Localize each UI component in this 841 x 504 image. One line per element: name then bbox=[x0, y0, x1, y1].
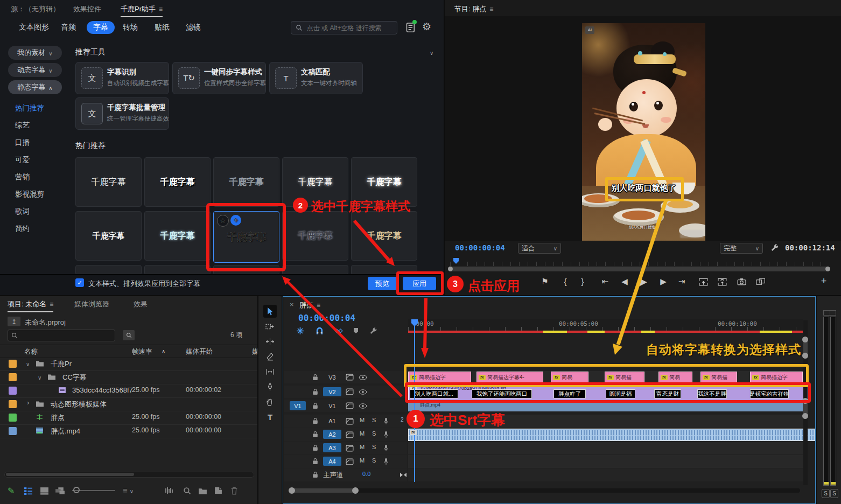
style-clip[interactable]: fx简易描边字 bbox=[408, 372, 471, 383]
sidebar-item-lyrics[interactable]: 歌词 bbox=[15, 207, 30, 216]
lock-icon[interactable] bbox=[312, 458, 318, 465]
timeline-ruler[interactable]: :00:00 00:00:05:00 00:00:10:00 bbox=[408, 319, 803, 331]
sync-lock-icon[interactable] bbox=[346, 445, 354, 452]
track-header-v1[interactable]: V1 V1 bbox=[284, 400, 407, 412]
scrollbar-handle-left[interactable] bbox=[448, 267, 453, 271]
track-name[interactable]: V3 bbox=[323, 373, 341, 382]
lock-icon[interactable] bbox=[312, 402, 318, 409]
track-header-master[interactable]: 主声道 0.0 bbox=[284, 468, 407, 481]
comparison-view-icon[interactable] bbox=[756, 278, 766, 285]
lift-icon[interactable] bbox=[699, 278, 708, 286]
voiceover-mic-icon[interactable] bbox=[383, 458, 389, 465]
hand-tool-icon[interactable] bbox=[263, 395, 277, 408]
ripple-edit-tool-icon[interactable] bbox=[263, 335, 277, 348]
apply-all-checkbox[interactable]: ✓ bbox=[75, 278, 84, 287]
selection-tool-icon[interactable] bbox=[263, 305, 277, 318]
tab-effect-controls[interactable]: 效果控件 bbox=[73, 4, 101, 14]
tab-media-browser[interactable]: 媒体浏览器 bbox=[74, 299, 109, 309]
play-button-icon[interactable]: ▶ bbox=[636, 276, 651, 288]
mute-toggle[interactable]: M bbox=[360, 457, 365, 464]
style-card[interactable]: 千鹿字幕 bbox=[351, 211, 417, 261]
track-lane-a4[interactable] bbox=[408, 455, 803, 468]
voiceover-mic-icon[interactable] bbox=[383, 417, 389, 425]
mark-out-icon[interactable]: } bbox=[575, 277, 590, 286]
razor-tool-icon[interactable] bbox=[263, 350, 277, 363]
voiceover-mic-icon[interactable] bbox=[383, 431, 389, 438]
icon-view-icon[interactable] bbox=[40, 487, 49, 495]
list-view-icon[interactable] bbox=[24, 487, 33, 495]
close-icon[interactable]: × bbox=[290, 300, 294, 309]
video-clip-v1[interactable]: 胖点.mp4 bbox=[408, 400, 803, 411]
plugin-tab-stickers[interactable]: 贴纸 bbox=[155, 23, 170, 32]
program-timecode[interactable]: 00:00:00:04 bbox=[455, 243, 505, 252]
lock-icon[interactable] bbox=[312, 388, 318, 395]
style-card[interactable]: 千鹿字幕 bbox=[144, 211, 211, 261]
writable-icon[interactable]: ✎ bbox=[8, 486, 15, 496]
find-icon[interactable] bbox=[183, 487, 191, 495]
sidebar-group-dynamic-subtitles[interactable]: 动态字幕 bbox=[8, 63, 62, 77]
scrollbar-handle-right[interactable] bbox=[825, 267, 830, 271]
style-card[interactable]: 千鹿字幕 bbox=[75, 211, 142, 261]
scrollbar-thumb[interactable] bbox=[6, 473, 134, 476]
sync-lock-icon[interactable] bbox=[346, 431, 354, 438]
plugin-tab-filters[interactable]: 滤镜 bbox=[186, 23, 201, 32]
sidebar-item-film-remix[interactable]: 影视混剪 bbox=[15, 190, 44, 199]
type-tool-icon[interactable]: T bbox=[263, 410, 277, 423]
style-card-selected[interactable]: 千鹿字幕 ☆ + bbox=[213, 211, 279, 263]
solo-toggle[interactable]: S bbox=[372, 430, 376, 437]
project-search-input[interactable] bbox=[20, 331, 109, 340]
sync-lock-icon[interactable] bbox=[346, 418, 354, 425]
tab-timeline-sequence[interactable]: 胖点 bbox=[299, 300, 320, 312]
collapsed-chevron-icon[interactable] bbox=[27, 398, 29, 407]
automate-to-sequence-icon[interactable] bbox=[165, 487, 174, 494]
plugin-tab-transitions[interactable]: 转场 bbox=[123, 23, 138, 32]
extract-icon[interactable] bbox=[718, 278, 727, 286]
subtitle-segment[interactable]: 圆润是福 bbox=[606, 389, 635, 398]
solo-toggle[interactable]: S bbox=[372, 417, 376, 423]
sidebar-group-static-subtitles[interactable]: 静态字幕 bbox=[8, 80, 62, 94]
button-editor-plus-icon[interactable]: + bbox=[816, 276, 831, 287]
timeline-timecode[interactable]: 00:00:00:04 bbox=[298, 313, 355, 323]
column-fps[interactable]: 帧速率 bbox=[132, 347, 152, 356]
style-card[interactable]: 千鹿字幕 bbox=[282, 211, 348, 261]
sync-lock-icon[interactable] bbox=[346, 374, 354, 381]
label-swatch[interactable] bbox=[9, 373, 17, 381]
tool-card-batch-manage[interactable]: 文 千鹿字幕批量管理 统一管理字幕便捷高效 bbox=[75, 97, 169, 130]
collapse-section-icon[interactable] bbox=[430, 48, 433, 57]
column-name[interactable]: 名称 bbox=[24, 347, 38, 356]
project-row-video[interactable]: 胖点.mp4 25.00 fps 00:00:00:00 bbox=[0, 424, 257, 438]
tab-program-monitor[interactable]: 节目: 胖点 bbox=[454, 4, 493, 16]
add-marker-icon[interactable]: ⚑ bbox=[537, 277, 552, 286]
track-name[interactable]: V1 bbox=[323, 401, 341, 410]
lock-icon[interactable] bbox=[312, 417, 318, 424]
label-swatch[interactable] bbox=[9, 360, 17, 368]
lock-icon[interactable] bbox=[312, 444, 318, 451]
track-name[interactable]: A4 bbox=[323, 457, 341, 466]
style-card[interactable]: 千鹿字幕 bbox=[75, 157, 142, 207]
project-row-cc-subtitles-bin[interactable]: CC字幕 bbox=[0, 370, 257, 384]
plugin-tab-subtitles[interactable]: 字幕 bbox=[87, 21, 115, 34]
delete-trash-icon[interactable] bbox=[230, 487, 238, 495]
playback-quality-select[interactable]: 完整 bbox=[720, 243, 763, 254]
sync-lock-icon[interactable] bbox=[346, 402, 354, 409]
tool-card-sync-style[interactable]: T↻ 一键同步字幕样式 位置样式同步全部字幕 bbox=[172, 62, 266, 94]
settings-gear-icon[interactable]: ⚙ bbox=[422, 20, 431, 33]
track-visibility-eye-icon[interactable] bbox=[359, 389, 367, 395]
sidebar-item-cute[interactable]: 可爱 bbox=[15, 155, 30, 165]
sidebar-group-my-assets[interactable]: 我的素材 bbox=[8, 46, 62, 60]
column-truncated[interactable]: 媒 bbox=[252, 347, 257, 356]
master-level-value[interactable]: 0.0 bbox=[362, 471, 370, 477]
timeline-settings-wrench-icon[interactable] bbox=[369, 327, 377, 335]
style-clip[interactable]: fx简易描 bbox=[605, 372, 644, 383]
v-handle-3[interactable] bbox=[802, 398, 808, 404]
v-handle-1[interactable] bbox=[802, 337, 808, 342]
tab-effects[interactable]: 效果 bbox=[134, 299, 148, 309]
plugin-tab-audio[interactable]: 音频 bbox=[61, 23, 76, 32]
sidebar-item-marketing[interactable]: 营销 bbox=[15, 172, 30, 182]
project-breadcrumb[interactable]: 未命名.prproj bbox=[25, 318, 66, 327]
sort-options-icon[interactable]: ≡ bbox=[123, 486, 134, 495]
tab-source-monitor[interactable]: 源：（无剪辑） bbox=[11, 4, 60, 14]
preview-button[interactable]: 预览 bbox=[368, 277, 397, 290]
source-patch-v1[interactable]: V1 bbox=[290, 401, 306, 410]
timeline-h-thumb[interactable] bbox=[291, 488, 355, 493]
